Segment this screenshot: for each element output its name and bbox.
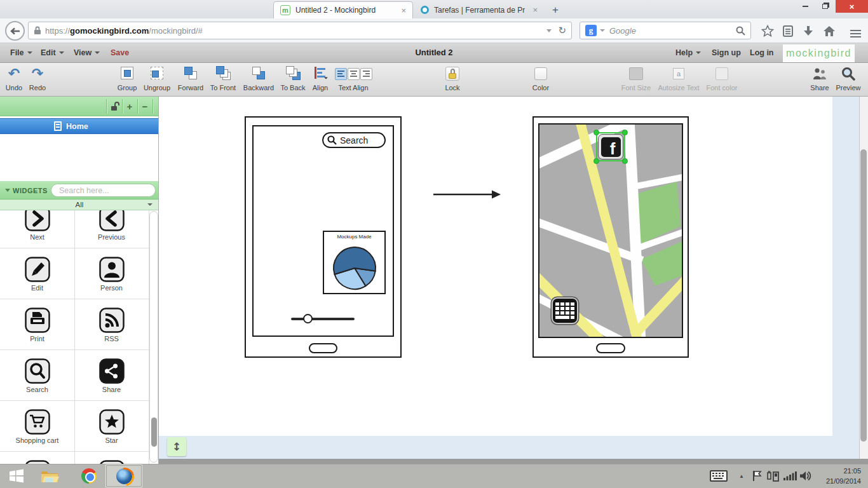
backward-button[interactable]: Backward: [240, 65, 278, 95]
save-menu[interactable]: Save: [111, 43, 129, 62]
volume-icon[interactable]: [798, 466, 813, 486]
slider-widget[interactable]: [291, 318, 355, 320]
unlock-pages-button[interactable]: [107, 100, 121, 112]
facebook-widget[interactable]: f: [598, 134, 623, 159]
downloads-icon[interactable]: [801, 24, 816, 38]
widget-search-box[interactable]: [51, 184, 156, 197]
page-item-home[interactable]: Home: [0, 118, 159, 134]
mockingbird-logo[interactable]: mockingbird: [783, 44, 855, 62]
search-bar[interactable]: g: [580, 22, 751, 39]
search-field-widget[interactable]: Search: [322, 132, 386, 148]
widget-item-print[interactable]: Print: [0, 302, 74, 353]
bookmark-star-icon[interactable]: [760, 24, 775, 38]
action-center-flag-icon[interactable]: [750, 466, 764, 486]
to-back-button[interactable]: To Back: [275, 65, 311, 95]
start-button[interactable]: [6, 466, 27, 486]
share-button[interactable]: Share: [805, 65, 834, 95]
search-engine-dropdown-icon[interactable]: [600, 29, 605, 32]
taskbar-clock[interactable]: 21:05 21/09/2014: [813, 466, 861, 486]
preview-button[interactable]: Preview: [834, 65, 863, 95]
color-button[interactable]: Color: [525, 65, 557, 95]
search-input[interactable]: [608, 25, 733, 36]
widget-item-person[interactable]: Person: [74, 252, 149, 302]
url-bar[interactable]: https://gomockingbird.com/mockingbird/# …: [28, 22, 572, 39]
tray-expand-icon[interactable]: ▲: [735, 466, 748, 486]
tray-keyboard-button[interactable]: [709, 466, 729, 486]
widget-item-share[interactable]: Share: [74, 353, 149, 404]
tab-mockingbird[interactable]: m Untitled 2 - Mockingbird ×: [273, 1, 413, 18]
widget-item-star[interactable]: Star: [74, 404, 149, 455]
file-menu[interactable]: File: [10, 43, 32, 62]
remove-page-button[interactable]: −: [138, 100, 152, 112]
widgets-scrollbar-thumb[interactable]: [151, 417, 157, 447]
widget-item-partial[interactable]: [74, 455, 149, 464]
chrome-button[interactable]: [79, 466, 99, 486]
font-color-icon: [715, 65, 728, 83]
keyboard-widget[interactable]: [552, 297, 578, 324]
widget-item-next[interactable]: Next: [0, 210, 74, 252]
widget-filter-dropdown[interactable]: All: [0, 200, 159, 210]
back-button[interactable]: [5, 21, 25, 41]
url-dropdown-icon[interactable]: [546, 29, 552, 32]
help-menu[interactable]: Help: [675, 43, 701, 62]
widget-item-previous[interactable]: Previous: [74, 210, 149, 252]
reload-icon[interactable]: ↻: [558, 25, 566, 36]
phone-right-home-button[interactable]: [596, 343, 625, 353]
power-battery-icon[interactable]: [765, 466, 782, 486]
arrow-widget[interactable]: [431, 187, 502, 202]
undo-button[interactable]: ↶ Undo: [2, 65, 26, 95]
add-page-button[interactable]: +: [123, 100, 137, 112]
selection-handle[interactable]: [622, 158, 628, 164]
edit-menu[interactable]: Edit: [41, 43, 64, 62]
widget-item-rss[interactable]: RSS: [74, 302, 149, 353]
lock-button[interactable]: Lock: [437, 65, 468, 95]
app-menubar: File Edit View Save Untitled 2 Help Sign…: [0, 43, 868, 63]
selection-handle[interactable]: [622, 130, 628, 135]
slider-knob[interactable]: [303, 314, 313, 323]
expand-canvas-button[interactable]: ↕: [167, 437, 186, 456]
tab-close-icon[interactable]: ×: [401, 6, 406, 15]
redo-button[interactable]: ↷ Redo: [25, 65, 50, 95]
minimize-button[interactable]: [796, 0, 814, 13]
shopping-cart-icon: [25, 409, 50, 435]
canvas-vertical-scrollbar-thumb[interactable]: [860, 149, 867, 442]
collapse-widgets-icon[interactable]: [5, 189, 10, 192]
search-magnifier-icon[interactable]: [736, 26, 745, 36]
tarefas-favicon: [421, 6, 429, 14]
widget-item-partial[interactable]: [0, 455, 74, 464]
menu-hamburger-icon[interactable]: [848, 27, 863, 41]
restore-button[interactable]: [816, 0, 834, 13]
tab-tarefas[interactable]: Tarefas | Ferramenta de Pr... ×: [414, 1, 544, 18]
group-button[interactable]: Group: [111, 65, 144, 95]
widget-item-edit[interactable]: Edit: [0, 252, 74, 302]
lock-icon: [34, 26, 41, 35]
home-icon[interactable]: [822, 24, 837, 38]
tab-close-icon[interactable]: ×: [532, 5, 538, 15]
phone-left-home-button[interactable]: [309, 343, 337, 353]
browser-tabstrip: m Untitled 2 - Mockingbird × Tarefas | F…: [0, 0, 868, 18]
back-arrow-icon: [10, 27, 20, 35]
firefox-icon: [116, 468, 132, 484]
selection-handle[interactable]: [593, 130, 599, 135]
to-front-button[interactable]: To Front: [205, 65, 241, 95]
pie-chart[interactable]: Mockups Made: [323, 231, 386, 294]
new-tab-button[interactable]: +: [548, 4, 563, 17]
widget-search-input[interactable]: [58, 186, 163, 196]
firefox-button[interactable]: [114, 466, 134, 486]
selection-handle[interactable]: [593, 158, 599, 164]
forward-button[interactable]: Forward: [173, 65, 208, 95]
sign-up-link[interactable]: Sign up: [712, 43, 741, 62]
ungroup-button[interactable]: Ungroup: [140, 65, 173, 95]
widget-item-search[interactable]: Search: [0, 353, 74, 404]
log-in-link[interactable]: Log in: [750, 43, 774, 62]
clock-time: 21:05: [813, 466, 861, 476]
network-signal-icon[interactable]: [782, 466, 798, 486]
widget-item-shopping-cart[interactable]: Shopping cart: [0, 404, 74, 455]
bookmarks-menu-icon[interactable]: [780, 24, 796, 38]
close-button[interactable]: ×: [836, 0, 868, 13]
text-align-button[interactable]: Text Align: [330, 65, 376, 95]
chevron-down-icon: [95, 51, 100, 54]
file-explorer-button[interactable]: [39, 466, 60, 486]
view-menu[interactable]: View: [74, 43, 100, 62]
canvas-horizontal-scrollbar[interactable]: [159, 459, 868, 464]
